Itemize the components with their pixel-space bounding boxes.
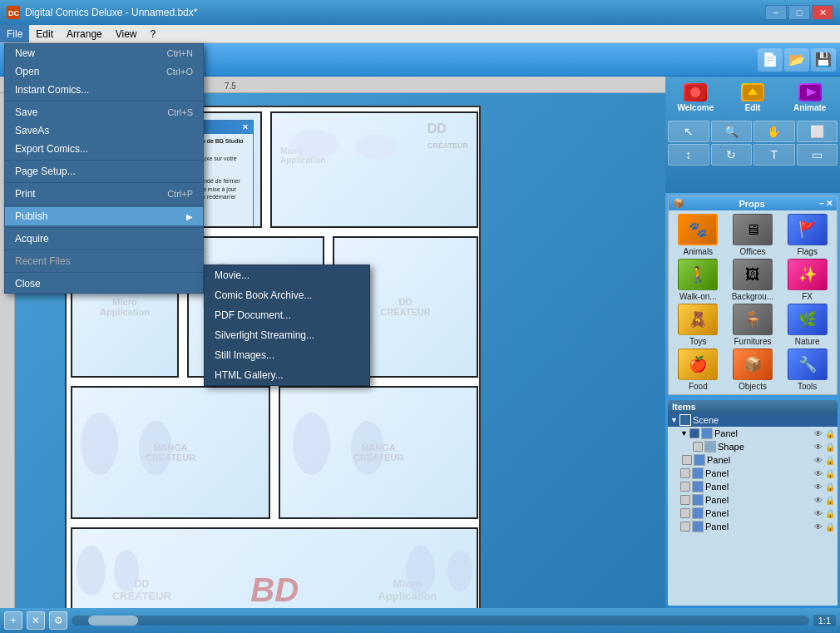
shape-lock[interactable]: 🔒 (825, 443, 835, 452)
minimize-button[interactable]: − (765, 5, 787, 20)
submenu-movie[interactable]: Movie... (205, 265, 369, 285)
tool-hand[interactable]: ✋ (754, 121, 795, 142)
shape-checkbox[interactable] (693, 442, 703, 452)
tree-panel-5[interactable]: Panel 👁 🔒 (668, 493, 838, 507)
panel7-lock[interactable]: 🔒 (825, 522, 835, 532)
panel6-checkbox[interactable] (680, 508, 690, 518)
tree-panel-7[interactable]: Panel 👁 🔒 (668, 520, 838, 533)
panel1-eye[interactable]: 👁 (814, 429, 823, 438)
submenu-pdf[interactable]: PDF Document... (205, 305, 369, 325)
tree-panel-2[interactable]: Panel 👁 🔒 (668, 453, 838, 467)
prop-toys[interactable]: 🧸 Toys (672, 304, 724, 346)
prop-walk[interactable]: 🚶 Walk-on... (672, 259, 724, 301)
tab-animate[interactable]: Animate (782, 79, 838, 116)
panel7-eye[interactable]: 👁 (814, 522, 823, 532)
toolbar-open[interactable]: 📂 (784, 48, 809, 72)
panel5-eye[interactable]: 👁 (814, 496, 823, 505)
panel1-checkbox[interactable] (689, 428, 699, 438)
scrollbar[interactable] (72, 616, 809, 626)
shape-icon (704, 441, 716, 452)
tool-shape[interactable]: ▭ (797, 144, 838, 166)
panel3-eye[interactable]: 👁 (814, 469, 823, 478)
menu-edit[interactable]: Edit (29, 25, 60, 42)
panel6-eye[interactable]: 👁 (814, 509, 823, 518)
panel2-eye[interactable]: 👁 (814, 456, 823, 465)
panel7-checkbox[interactable] (680, 522, 690, 532)
props-close[interactable]: ✕ (826, 199, 833, 208)
prop-offices[interactable]: 🖥 Offices (727, 214, 779, 256)
props-title: Props (739, 199, 764, 209)
prop-tools[interactable]: 🔧 Tools (781, 349, 833, 391)
prop-objects[interactable]: 📦 Objects (727, 349, 779, 391)
panel4-eye[interactable]: 👁 (814, 482, 823, 492)
prop-furnitures[interactable]: 🪑 Furnitures (727, 304, 779, 346)
prop-backgrounds[interactable]: 🖼 Backgrou... (727, 259, 779, 301)
panel2-lock[interactable]: 🔒 (825, 456, 835, 465)
tool-crop[interactable]: ⬜ (797, 121, 838, 142)
submenu-html-gallery[interactable]: HTML Gallery... (205, 365, 369, 385)
panel3-lock[interactable]: 🔒 (825, 469, 835, 478)
prop-flags[interactable]: 🚩 Flags (781, 214, 833, 256)
tool-zoom[interactable]: 🔍 (711, 121, 753, 142)
menu-acquire[interactable]: Acquire (5, 230, 203, 248)
tool-text[interactable]: T (754, 144, 795, 166)
menu-saveas[interactable]: SaveAs (5, 121, 203, 140)
menu-arrange[interactable]: Arrange (60, 25, 109, 42)
close-button[interactable]: ✕ (812, 5, 833, 20)
prop-animals[interactable]: 🐾 Animals (672, 214, 724, 256)
panel4-lock[interactable]: 🔒 (825, 482, 835, 492)
prop-food[interactable]: 🍎 Food (672, 349, 724, 391)
shape-eye[interactable]: 👁 (814, 443, 823, 452)
panel3-checkbox[interactable] (680, 468, 690, 478)
menu-close[interactable]: Close (5, 274, 203, 293)
toys-label: Toys (689, 337, 707, 346)
panel5-lock[interactable]: 🔒 (825, 496, 835, 505)
tool-resize[interactable]: ↕ (668, 144, 709, 166)
menu-help[interactable]: ? (144, 25, 163, 42)
menu-pagesetup[interactable]: Page Setup... (5, 162, 203, 181)
props-header: 📦 Props − ✕ (669, 196, 837, 210)
remove-button[interactable]: ✕ (27, 611, 45, 630)
submenu-comic-archive[interactable]: Comic Book Archive... (205, 285, 369, 305)
tree-panel-1[interactable]: ▼ Panel 👁 🔒 (668, 427, 838, 440)
nature-icon: 🌿 (788, 304, 828, 335)
props-minimize[interactable]: − (819, 199, 824, 208)
tree-shape[interactable]: Shape 👁 🔒 (668, 440, 838, 453)
panel6-lock[interactable]: 🔒 (825, 509, 835, 518)
tab-edit[interactable]: Edit (725, 79, 781, 116)
menu-file[interactable]: File (0, 25, 29, 42)
menu-publish[interactable]: Publish ▶ (5, 207, 203, 225)
maximize-button[interactable]: □ (788, 5, 810, 20)
tree-panel-4[interactable]: Panel 👁 🔒 (668, 480, 838, 493)
menu-save[interactable]: Save Ctrl+S (5, 103, 203, 121)
tool-rotate[interactable]: ↻ (711, 144, 753, 166)
tab-welcome[interactable]: Welcome (668, 79, 724, 116)
prop-nature[interactable]: 🌿 Nature (781, 304, 833, 346)
tree-panel-3[interactable]: Panel 👁 🔒 (668, 467, 838, 480)
toolbar-save[interactable]: 💾 (811, 48, 836, 72)
toolbar-new[interactable]: 📄 (758, 48, 783, 72)
menu-export[interactable]: Export Comics... (5, 140, 203, 158)
panel1-lock[interactable]: 🔒 (825, 429, 835, 438)
tools-label: Tools (798, 382, 817, 391)
submenu-still-images[interactable]: Still Images... (205, 345, 369, 365)
panel2-checkbox[interactable] (682, 455, 692, 465)
panel7-icon (692, 521, 704, 532)
submenu-silverlight[interactable]: Silverlight Streaming... (205, 325, 369, 345)
tree-panel-6[interactable]: Panel 👁 🔒 (668, 507, 838, 520)
add-button[interactable]: + (4, 611, 22, 630)
dialog-close-btn[interactable]: ✕ (242, 123, 249, 131)
panel4-checkbox[interactable] (680, 482, 690, 492)
settings-button[interactable]: ⚙ (49, 611, 67, 630)
menu-open[interactable]: Open Ctrl+O (5, 62, 203, 81)
menu-print[interactable]: Print Ctrl+P (5, 185, 203, 203)
menu-instant-comics[interactable]: Instant Comics... (5, 81, 203, 99)
prop-fx[interactable]: ✨ FX (781, 259, 833, 301)
tree-scene[interactable]: ▼ Scene (668, 413, 838, 427)
panel5-checkbox[interactable] (680, 495, 690, 505)
scrollbar-thumb[interactable] (88, 616, 138, 626)
menu-view[interactable]: View (109, 25, 144, 42)
menu-new[interactable]: New Ctrl+N (5, 44, 203, 62)
tool-pointer[interactable]: ↖ (668, 121, 709, 142)
titlebar: DC Digital Comics Deluxe - Unnamed.bdx* … (0, 0, 840, 25)
